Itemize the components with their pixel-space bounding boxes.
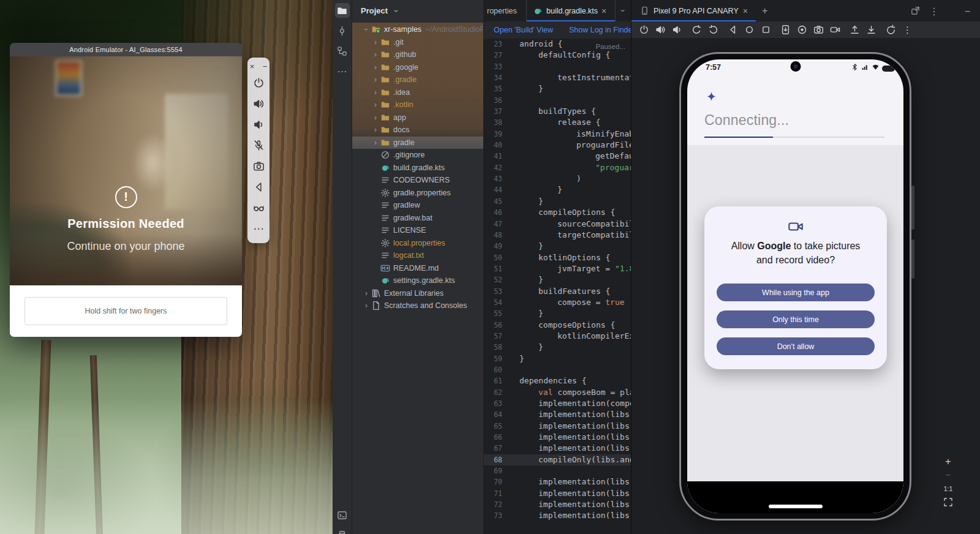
code-line-36[interactable]: 36 xyxy=(484,95,631,106)
tree-item-codeowners[interactable]: CODEOWNERS xyxy=(352,174,483,187)
gesture-navigation-bar[interactable] xyxy=(769,505,823,508)
zoom-reset-button[interactable]: 1:1 xyxy=(943,484,953,494)
code-line-62[interactable]: 62val composeBom = platfor xyxy=(484,387,631,398)
tab-pixel-9-pro[interactable]: Pixel 9 Pro API CANARY × xyxy=(631,0,756,21)
chevron-collapsed-icon[interactable]: › xyxy=(362,301,371,310)
code-line-66[interactable]: 66implementation(libs.andr xyxy=(484,432,631,443)
tree-item-logcat-txt[interactable]: logcat.txt xyxy=(352,249,483,262)
close-tab-icon[interactable]: × xyxy=(601,6,609,16)
code-line-48[interactable]: 48targetCompatibility xyxy=(484,230,631,241)
chevron-collapsed-icon[interactable]: › xyxy=(371,50,380,59)
code-line-27[interactable]: 27defaultConfig { xyxy=(484,50,631,61)
zoom-out-button[interactable]: − xyxy=(943,470,953,480)
more-v-button[interactable]: ⋮ xyxy=(929,6,938,15)
open-build-view-link[interactable]: Open 'Build' View xyxy=(494,26,553,34)
tree-item-license[interactable]: LICENSE xyxy=(352,224,483,237)
code-line-71[interactable]: 71implementation(libs.andr xyxy=(484,488,631,499)
code-line-39[interactable]: 39isMinifyEnabled xyxy=(484,129,631,140)
chevron-collapsed-icon[interactable]: › xyxy=(371,126,380,134)
code-line-51[interactable]: 51jvmTarget = "1.8" xyxy=(484,263,631,274)
chevron-expanded-icon[interactable]: › xyxy=(362,25,371,34)
tree-item-gradle-properties[interactable]: gradle.properties xyxy=(352,187,483,200)
chevron-collapsed-icon[interactable]: › xyxy=(371,63,380,72)
tree-item-settings-gradle-kts[interactable]: settings.gradle.kts xyxy=(352,274,483,287)
chevron-collapsed-icon[interactable]: › xyxy=(362,289,371,298)
tree-item-build-gradle-kts[interactable]: build.gradle.kts xyxy=(352,162,483,175)
code-line-55[interactable]: 55} xyxy=(484,308,631,319)
overview-button[interactable] xyxy=(761,24,771,35)
code-line-35[interactable]: 35} xyxy=(484,83,631,94)
code-line-72[interactable]: 72implementation(libs.andr xyxy=(484,499,631,510)
tab-gradle-properties[interactable]: roperties xyxy=(484,0,527,21)
volume-down-button[interactable] xyxy=(253,119,265,130)
home-button[interactable] xyxy=(744,24,755,35)
tree-item-app[interactable]: ›app xyxy=(352,111,483,124)
device-explorer-button[interactable] xyxy=(335,528,350,534)
power-button[interactable] xyxy=(253,77,265,89)
volume-up-button[interactable] xyxy=(655,24,666,35)
chevron-collapsed-icon[interactable]: › xyxy=(371,88,380,97)
more-button[interactable]: ⋯ xyxy=(335,64,350,78)
tree-root-xr-samples[interactable]: › xr-samples ~/AndroidStudioProj xyxy=(352,23,483,36)
videocam-button[interactable] xyxy=(830,24,840,35)
upload-button[interactable] xyxy=(850,24,860,35)
chevron-collapsed-icon[interactable]: › xyxy=(371,113,380,122)
code-editor[interactable]: 23android {27defaultConfig {3334testInst… xyxy=(484,39,631,534)
code-line-67[interactable]: 67implementation(libs.kotl xyxy=(484,443,631,454)
zoom-to-fit-button[interactable] xyxy=(943,497,953,507)
tree-item-external-libraries[interactable]: ›External Libraries xyxy=(352,287,483,300)
volume-down-button[interactable] xyxy=(672,24,682,35)
tree-item-readme-md[interactable]: README.md xyxy=(352,262,483,275)
download-button[interactable] xyxy=(866,24,876,35)
restart-button[interactable] xyxy=(886,24,896,35)
code-line-60[interactable]: 60 xyxy=(484,364,631,375)
more-v-button[interactable]: ⋮ xyxy=(902,24,913,35)
volume-up-button[interactable] xyxy=(253,98,265,110)
tree-item-gradle[interactable]: ›.gradle xyxy=(352,73,483,86)
chevron-collapsed-icon[interactable]: › xyxy=(371,100,380,109)
rotate-left-button[interactable] xyxy=(692,24,702,35)
tab-build-gradle-kts[interactable]: build.gradle.kts × xyxy=(527,0,616,21)
minimize-button[interactable]: − xyxy=(965,6,974,15)
code-line-45[interactable]: 45} xyxy=(484,196,631,207)
zoom-in-button[interactable]: + xyxy=(943,457,953,467)
code-line-44[interactable]: 44} xyxy=(484,184,631,195)
screenshot-button[interactable] xyxy=(780,24,791,35)
record-button[interactable] xyxy=(797,24,807,35)
code-line-47[interactable]: 47sourceCompatibility xyxy=(484,219,631,230)
mic-off-button[interactable] xyxy=(253,140,265,151)
commit-button[interactable] xyxy=(335,23,350,38)
permission-button-don-t-allow[interactable]: Don't allow xyxy=(717,337,875,355)
code-line-33[interactable]: 33 xyxy=(484,61,631,72)
permission-button-while-using-the-app[interactable]: While using the app xyxy=(717,284,875,301)
chevron-collapsed-icon[interactable]: › xyxy=(371,38,380,47)
code-line-40[interactable]: 40proguardFiles( xyxy=(484,140,631,151)
code-line-58[interactable]: 58} xyxy=(484,342,631,353)
power-button[interactable] xyxy=(639,24,649,35)
code-line-64[interactable]: 64implementation(libs.andr xyxy=(484,409,631,420)
open-new-button[interactable] xyxy=(911,6,920,15)
chevron-collapsed-icon[interactable]: › xyxy=(371,75,380,84)
tree-item-gradlew-bat[interactable]: gradlew.bat xyxy=(352,212,483,225)
emulator-screen[interactable]: ! Permission Needed Continue on your pho… xyxy=(10,56,242,285)
code-line-61[interactable]: 61dependencies { xyxy=(484,375,631,386)
back-button[interactable] xyxy=(253,181,265,193)
minimize-icon[interactable]: − xyxy=(262,61,269,69)
tree-item-github[interactable]: ›.github xyxy=(352,48,483,61)
code-line-73[interactable]: 73implementation(libs.andr xyxy=(484,510,631,521)
structure-button[interactable] xyxy=(335,43,350,58)
tree-item-gradlew[interactable]: gradlew xyxy=(352,199,483,212)
emulator-title-bar[interactable]: Android Emulator - AI_Glasses:5554 xyxy=(10,43,242,56)
tree-item-scratches-and-consoles[interactable]: ›Scratches and Consoles xyxy=(352,299,483,312)
permission-button-only-this-time[interactable]: Only this time xyxy=(717,310,875,328)
project-panel-header[interactable]: Project › xyxy=(352,0,483,21)
code-line-68[interactable]: 68compileOnly(libs.android xyxy=(484,454,631,465)
code-line-57[interactable]: 57kotlinCompilerExtens xyxy=(484,331,631,342)
camera-button[interactable] xyxy=(813,24,824,35)
device-screen[interactable]: 7:57 Connecting... Allow Google to take … xyxy=(687,59,903,513)
tree-item-gradle[interactable]: ›gradle xyxy=(352,137,483,149)
code-line-41[interactable]: 41getDefaultPr xyxy=(484,151,631,162)
show-log-in-finder-link[interactable]: Show Log in Finder xyxy=(569,26,631,34)
project-folder-button[interactable] xyxy=(335,3,350,18)
camera-button[interactable] xyxy=(253,160,265,172)
